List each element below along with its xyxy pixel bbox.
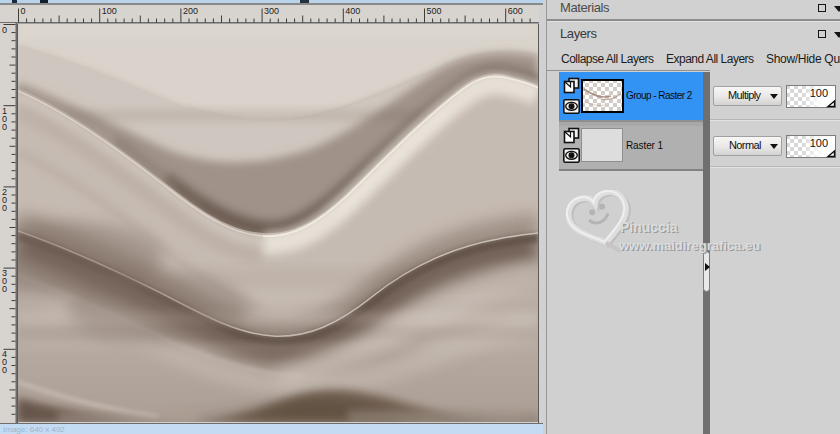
svg-text:100: 100 — [810, 137, 828, 149]
svg-text:300: 300 — [264, 6, 279, 16]
svg-text:200: 200 — [183, 6, 198, 16]
svg-text:100: 100 — [810, 87, 828, 99]
svg-text:0: 0 — [2, 203, 7, 213]
svg-text:Pinuccia: Pinuccia — [620, 219, 678, 235]
svg-text:0: 0 — [2, 122, 7, 132]
svg-text:www.maidiregrafica.eu: www.maidiregrafica.eu — [618, 238, 760, 253]
svg-text:0: 0 — [21, 6, 26, 16]
svg-text:0: 0 — [2, 25, 7, 35]
svg-text:100: 100 — [102, 6, 117, 16]
svg-text:600: 600 — [508, 6, 523, 16]
svg-text:400: 400 — [345, 6, 360, 16]
svg-text:0: 0 — [2, 284, 7, 294]
svg-text:500: 500 — [427, 6, 442, 16]
svg-text:0: 0 — [2, 365, 7, 375]
